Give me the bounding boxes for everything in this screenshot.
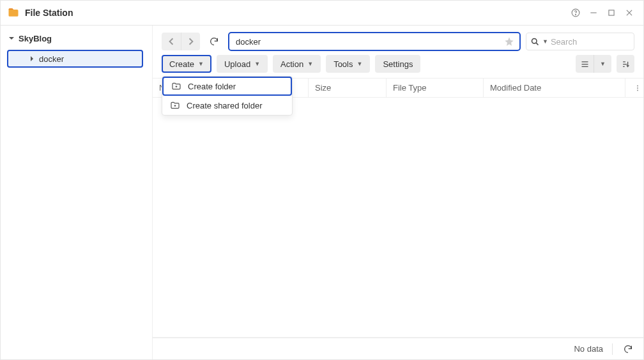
svg-point-1 — [576, 14, 576, 15]
settings-button[interactable]: Settings — [375, 55, 420, 73]
sort-button[interactable] — [617, 55, 634, 73]
tree-root-label: SkyBlog — [19, 34, 52, 43]
search-box[interactable]: ▼ — [526, 33, 634, 50]
nav-forward-button[interactable] — [181, 33, 200, 50]
create-dropdown: Create folder Create shared folder — [162, 76, 293, 116]
maximize-button[interactable] — [604, 5, 619, 20]
nav-back-forward — [162, 33, 200, 50]
tree-root[interactable]: SkyBlog — [1, 29, 152, 47]
search-icon — [530, 37, 540, 47]
column-options[interactable] — [625, 79, 643, 97]
sidebar: SkyBlog docker — [1, 26, 153, 359]
nav-back-button[interactable] — [162, 33, 181, 50]
create-folder-item[interactable]: Create folder — [162, 77, 292, 96]
svg-point-5 — [637, 85, 638, 86]
path-input[interactable] — [236, 37, 504, 47]
status-refresh-button[interactable] — [622, 343, 634, 356]
chevron-down-icon: ▼ — [198, 61, 204, 67]
create-button[interactable]: Create▼ — [162, 55, 211, 73]
file-table: Name Size File Type Modified Date — [153, 78, 643, 338]
chevron-down-icon: ▼ — [357, 61, 363, 67]
tree-child-docker[interactable]: docker — [7, 50, 143, 68]
toolbar-navigation: ▼ — [153, 26, 643, 55]
svg-point-7 — [637, 89, 638, 91]
titlebar: File Station — [1, 1, 643, 25]
toolbar-actions: Create▼ Upload▼ Action▼ Tools▼ Settings … — [153, 55, 643, 78]
status-text: No data — [574, 344, 603, 354]
create-shared-folder-label: Create shared folder — [187, 101, 263, 110]
app-icon — [7, 6, 20, 19]
folder-plus-icon — [171, 81, 181, 91]
refresh-button[interactable] — [205, 33, 223, 50]
chevron-down-icon: ▼ — [254, 61, 260, 67]
view-mode-dropdown[interactable]: ▼ — [594, 55, 611, 73]
action-button[interactable]: Action▼ — [273, 55, 321, 73]
favorite-star-icon[interactable] — [504, 36, 514, 47]
tools-button[interactable]: Tools▼ — [326, 55, 370, 73]
chevron-down-icon[interactable]: ▼ — [542, 38, 548, 45]
status-bar: No data — [153, 338, 643, 359]
search-input[interactable] — [551, 37, 644, 47]
column-modified[interactable]: Modified Date — [484, 79, 625, 97]
column-type[interactable]: File Type — [387, 79, 484, 97]
folder-plus-icon — [170, 100, 180, 110]
list-view-button[interactable] — [576, 55, 594, 73]
column-size[interactable]: Size — [309, 79, 387, 97]
view-mode-group: ▼ — [576, 55, 611, 73]
create-folder-label: Create folder — [188, 82, 236, 91]
chevron-down-icon: ▼ — [307, 61, 313, 67]
main-panel: ▼ Create▼ Upload▼ Action▼ Tools▼ Setting… — [153, 26, 643, 359]
svg-point-4 — [532, 38, 537, 43]
svg-point-6 — [637, 87, 638, 89]
chevron-down-icon — [7, 35, 16, 41]
help-button[interactable] — [568, 5, 583, 20]
chevron-right-icon — [27, 56, 36, 62]
window-title: File Station — [25, 8, 73, 18]
path-box[interactable] — [228, 32, 521, 51]
svg-rect-3 — [609, 10, 614, 15]
close-button[interactable] — [622, 5, 637, 20]
create-shared-folder-item[interactable]: Create shared folder — [162, 96, 292, 115]
upload-button[interactable]: Upload▼ — [217, 55, 268, 73]
file-station-window: File Station SkyBlog docker — [0, 0, 644, 360]
svg-rect-2 — [590, 12, 596, 13]
table-body — [153, 98, 643, 337]
tree-child-label: docker — [39, 54, 64, 64]
minimize-button[interactable] — [586, 5, 601, 20]
